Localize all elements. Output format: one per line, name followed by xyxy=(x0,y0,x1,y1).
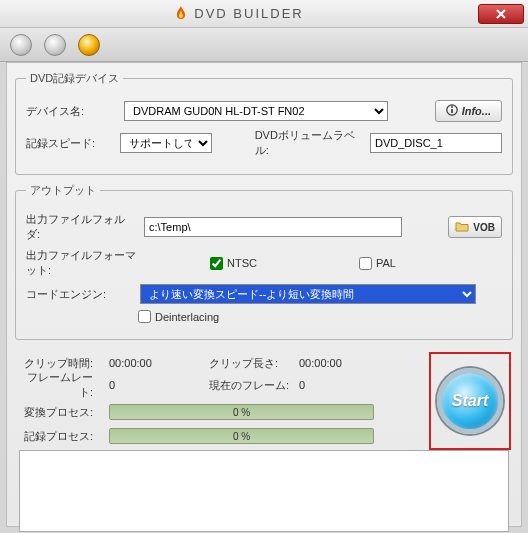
pal-checkbox[interactable]: PAL xyxy=(359,257,396,270)
device-name-label: デバイス名: xyxy=(26,104,118,119)
window-title-area: DVD BUILDER xyxy=(0,6,478,22)
titlebar: DVD BUILDER xyxy=(0,0,528,28)
toolbar-button-2[interactable] xyxy=(44,34,66,56)
output-group-legend: アウトプット xyxy=(26,183,100,198)
record-progress: 0 % xyxy=(109,428,374,444)
engine-label: コードエンジン: xyxy=(26,287,134,302)
device-name-select[interactable]: DVDRAM GUD0N HL-DT-ST FN02 xyxy=(124,101,388,121)
toolbar-button-1[interactable] xyxy=(10,34,32,56)
vob-button[interactable]: VOB xyxy=(448,216,502,238)
close-button[interactable] xyxy=(478,4,524,24)
folder-icon xyxy=(455,220,469,234)
toolbar-button-3[interactable] xyxy=(78,34,100,56)
clip-len-label: クリップ長さ: xyxy=(209,356,299,371)
log-textarea[interactable] xyxy=(19,450,509,532)
cur-frame-label: 現在のフレーム: xyxy=(209,378,299,393)
start-button-label: Start xyxy=(452,392,488,410)
convert-pct: 0 % xyxy=(233,407,250,418)
ntsc-checkbox-input[interactable] xyxy=(210,257,223,270)
fps-label: フレームレート: xyxy=(19,370,109,400)
cur-frame-value: 0 xyxy=(299,379,359,391)
stats-area: クリップ時間: 00:00:00 クリップ長さ: 00:00:00 フレームレー… xyxy=(7,348,521,444)
volume-input[interactable] xyxy=(370,133,502,153)
pal-label: PAL xyxy=(376,257,396,269)
speed-label: 記録スピード: xyxy=(26,136,114,151)
folder-input[interactable] xyxy=(144,217,402,237)
info-icon xyxy=(446,104,458,118)
output-group: アウトプット 出力ファイルフォルダ: VOB 出力ファイルフォーマット: NTS… xyxy=(15,183,513,340)
toolbar xyxy=(0,28,528,62)
deinterlace-checkbox-input[interactable] xyxy=(138,310,151,323)
record-label: 記録プロセス: xyxy=(19,429,109,444)
folder-label: 出力ファイルフォルダ: xyxy=(26,212,138,242)
ntsc-label: NTSC xyxy=(227,257,257,269)
pal-checkbox-input[interactable] xyxy=(359,257,372,270)
format-label: 出力ファイルフォーマット: xyxy=(26,248,138,278)
clip-time-value: 00:00:00 xyxy=(109,357,209,369)
vob-button-label: VOB xyxy=(473,222,495,233)
svg-rect-2 xyxy=(451,109,453,113)
device-group-legend: DVD記録デバイス xyxy=(26,71,123,86)
convert-progress: 0 % xyxy=(109,404,374,420)
device-group: DVD記録デバイス デバイス名: DVDRAM GUD0N HL-DT-ST F… xyxy=(15,71,513,175)
fps-value: 0 xyxy=(109,379,209,391)
svg-point-1 xyxy=(451,106,453,108)
engine-select[interactable]: より速い変換スピード--より短い変換時間 xyxy=(140,284,476,304)
start-button[interactable]: Start xyxy=(437,368,503,434)
info-button[interactable]: Info... xyxy=(435,100,502,122)
record-pct: 0 % xyxy=(233,431,250,442)
convert-label: 変換プロセス: xyxy=(19,405,109,420)
window-title: DVD BUILDER xyxy=(194,6,303,21)
clip-time-label: クリップ時間: xyxy=(19,356,109,371)
ntsc-checkbox[interactable]: NTSC xyxy=(210,257,257,270)
clip-len-value: 00:00:00 xyxy=(299,357,359,369)
volume-label: DVDボリュームラベル: xyxy=(255,128,364,158)
deinterlace-checkbox[interactable]: Deinterlacing xyxy=(138,310,219,323)
deinterlace-label: Deinterlacing xyxy=(155,311,219,323)
info-button-label: Info... xyxy=(462,105,491,117)
flame-icon xyxy=(174,6,188,22)
main-panel: DVD記録デバイス デバイス名: DVDRAM GUD0N HL-DT-ST F… xyxy=(6,62,522,527)
speed-select[interactable]: サポートしていま xyxy=(120,133,212,153)
start-highlight: Start xyxy=(429,352,511,450)
